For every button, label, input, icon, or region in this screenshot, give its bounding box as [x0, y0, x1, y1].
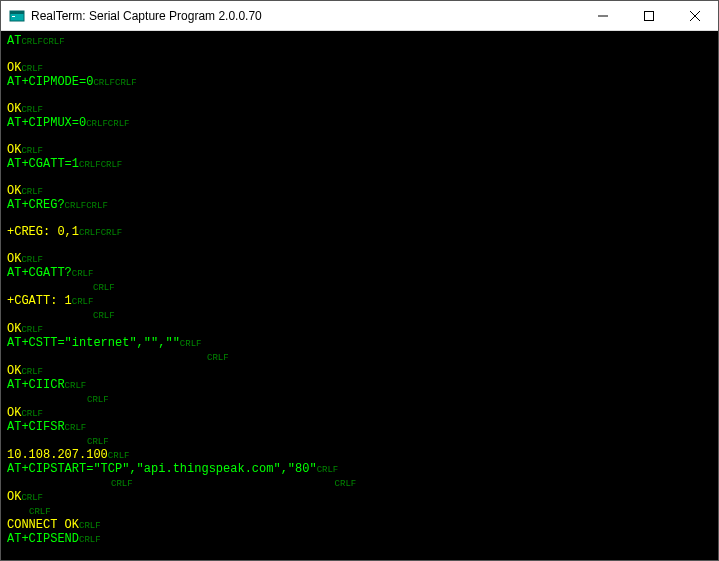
at-command: AT — [7, 34, 21, 48]
response-text: OK — [7, 102, 21, 116]
response-text: OK — [7, 322, 21, 336]
at-command: AT+CIICR — [7, 378, 65, 392]
maximize-button[interactable] — [626, 1, 672, 30]
response-text: OK — [7, 252, 21, 266]
svg-rect-1 — [10, 11, 24, 14]
titlebar[interactable]: RealTerm: Serial Capture Program 2.0.0.7… — [1, 1, 718, 31]
terminal-output[interactable]: ATCRLFCRLF OKCRLFAT+CIPMODE=0CRLFCRLF OK… — [1, 31, 718, 560]
at-command: AT+CIPSEND — [7, 532, 79, 546]
at-command: AT+CIPMUX=0 — [7, 116, 86, 130]
response-text: OK — [7, 490, 21, 504]
at-command: AT+CSTT="internet","","" — [7, 336, 180, 350]
close-button[interactable] — [672, 1, 718, 30]
at-command: AT+CGATT=1 — [7, 157, 79, 171]
at-command: AT+CREG? — [7, 198, 65, 212]
svg-rect-4 — [645, 11, 654, 20]
response-text: OK — [7, 143, 21, 157]
prompt: > — [7, 559, 21, 560]
response-text: CONNECT OK — [7, 518, 79, 532]
app-window: RealTerm: Serial Capture Program 2.0.0.7… — [0, 0, 719, 561]
response-text: OK — [7, 364, 21, 378]
response-text: +CGATT: 1 — [7, 294, 72, 308]
response-text: +CREG: 0,1 — [7, 225, 79, 239]
window-title: RealTerm: Serial Capture Program 2.0.0.7… — [31, 9, 580, 23]
response-text: OK — [7, 184, 21, 198]
at-command: AT+CIPMODE=0 — [7, 75, 93, 89]
http-command: GET /channels/119922/feeds/last.txt — [21, 559, 273, 560]
response-text: OK — [7, 61, 21, 75]
response-text: 10.108.207.100 — [7, 448, 108, 462]
at-command: AT+CIPSTART="TCP","api.thingspeak.com","… — [7, 462, 317, 476]
minimize-button[interactable] — [580, 1, 626, 30]
app-icon — [9, 8, 25, 24]
window-controls — [580, 1, 718, 30]
at-command: AT+CGATT? — [7, 266, 72, 280]
at-command: AT+CIFSR — [7, 420, 65, 434]
svg-rect-2 — [12, 16, 15, 17]
response-text: OK — [7, 406, 21, 420]
